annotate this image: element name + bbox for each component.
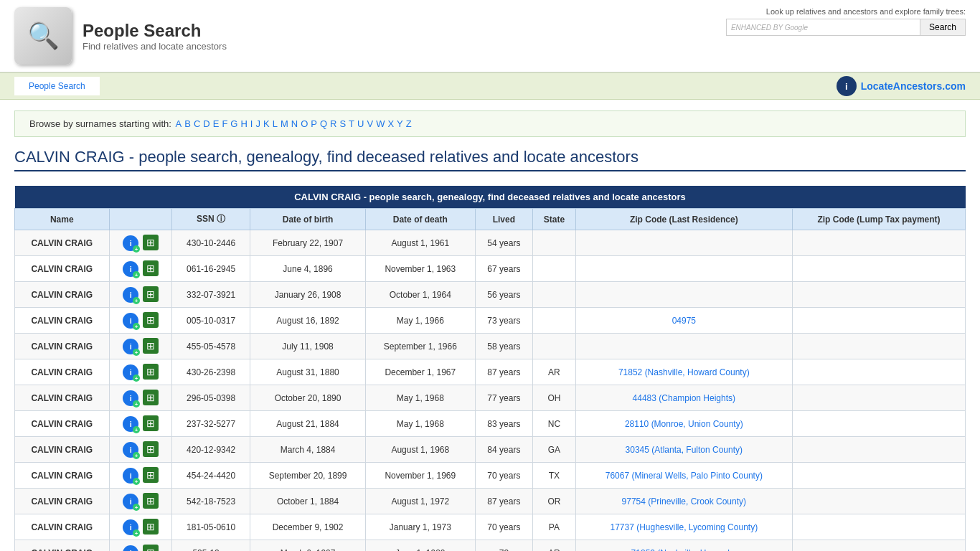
state: GA <box>533 437 575 463</box>
col-header: SSN ⓘ <box>172 209 250 230</box>
action-icons: i+ ⊞ <box>109 282 172 308</box>
zip-lump-tax <box>793 463 966 489</box>
zip-last-link[interactable]: 04975 <box>672 316 696 326</box>
info-icon[interactable]: i+ <box>123 313 138 329</box>
info-icon[interactable]: i+ <box>123 442 138 458</box>
zip-last-link[interactable]: 76067 (Mineral Wells, Palo Pinto County) <box>606 471 763 481</box>
alphabet-letter-T[interactable]: T <box>349 118 354 129</box>
ssn: 181-05-0610 <box>172 514 250 540</box>
info-icon[interactable]: i+ <box>123 416 138 432</box>
add-icon[interactable]: ⊞ <box>143 467 159 483</box>
add-icon[interactable]: ⊞ <box>143 390 159 405</box>
alphabet-letter-M[interactable]: M <box>281 118 288 129</box>
info-icon[interactable]: i+ <box>123 287 138 303</box>
info-icon[interactable]: i+ <box>123 235 138 251</box>
info-icon[interactable]: i+ <box>123 519 138 535</box>
alphabet-letter-Z[interactable]: Z <box>406 118 412 129</box>
info-icon[interactable]: i+ <box>123 364 138 380</box>
zip-last-residence: 17737 (Hughesville, Lycoming County) <box>575 514 792 540</box>
info-icon[interactable]: i+ <box>123 390 138 406</box>
alphabet-letter-U[interactable]: U <box>357 118 364 129</box>
alphabet-letter-V[interactable]: V <box>367 118 373 129</box>
alphabet-letter-Y[interactable]: Y <box>397 118 403 129</box>
state <box>533 256 575 282</box>
col-header: Name <box>15 209 110 230</box>
date-of-birth: August 21, 1884 <box>250 411 366 437</box>
person-name: CALVIN CRAIG <box>15 230 110 256</box>
alphabet-letter-W[interactable]: W <box>376 118 385 129</box>
search-button[interactable]: Search <box>920 19 965 35</box>
alphabet-letter-J[interactable]: J <box>255 118 260 129</box>
alphabet-letter-X[interactable]: X <box>387 118 394 129</box>
add-icon[interactable]: ⊞ <box>143 415 159 431</box>
alphabet-letter-Q[interactable]: Q <box>320 118 327 129</box>
info-icon[interactable]: i+ <box>123 468 138 484</box>
date-of-death: January 1, 1973 <box>366 514 475 540</box>
add-icon[interactable]: ⊞ <box>143 260 159 276</box>
zip-last-link[interactable]: 97754 (Prineville, Crook County) <box>622 496 746 507</box>
date-of-birth: August 16, 1892 <box>250 308 366 334</box>
state <box>533 230 575 256</box>
add-icon[interactable]: ⊞ <box>143 312 159 328</box>
zip-last-link[interactable]: 17737 (Hughesville, Lycoming County) <box>610 522 758 532</box>
locate-ancestors-link[interactable]: i LocateAncestors.com <box>837 76 966 96</box>
add-icon[interactable]: ⊞ <box>143 519 159 534</box>
alphabet-letter-R[interactable]: R <box>330 118 336 129</box>
years-lived: 70 years <box>475 463 533 489</box>
add-icon[interactable]: ⊞ <box>143 441 159 457</box>
alphabet-letter-S[interactable]: S <box>339 118 346 129</box>
ssn: 455-05-4578 <box>172 334 250 359</box>
person-name: CALVIN CRAIG <box>15 540 110 552</box>
state: TX <box>533 463 575 489</box>
info-icon[interactable]: i+ <box>123 339 138 354</box>
zip-last-link[interactable]: 30345 (Atlanta, Fulton County) <box>626 445 743 455</box>
person-name: CALVIN CRAIG <box>15 385 110 411</box>
alphabet-letter-L[interactable]: L <box>273 118 278 129</box>
add-icon[interactable]: ⊞ <box>143 235 159 250</box>
alphabet-letter-H[interactable]: H <box>240 118 247 129</box>
results-table: CALVIN CRAIG - people search, genealogy,… <box>14 186 966 551</box>
alphabet-letter-G[interactable]: G <box>230 118 237 129</box>
zip-last-link[interactable]: 71852 (Nashville, Howard... <box>631 548 737 552</box>
table-row: CALVIN CRAIG i+ ⊞ 332-07-3921January 26,… <box>15 282 966 308</box>
date-of-birth: August 31, 1880 <box>250 359 366 385</box>
zip-last-link[interactable]: 44483 (Champion Heights) <box>633 393 735 403</box>
info-icon[interactable]: i+ <box>123 545 138 551</box>
site-subtitle: Find relatives and locate ancestors <box>83 41 227 52</box>
state: PA <box>533 514 575 540</box>
add-icon[interactable]: ⊞ <box>143 286 159 302</box>
ssn: 420-12-9342 <box>172 437 250 463</box>
alphabet-letter-O[interactable]: O <box>301 118 308 129</box>
person-name: CALVIN CRAIG <box>15 514 110 540</box>
table-header-title: CALVIN CRAIG - people search, genealogy,… <box>15 186 966 209</box>
state: OR <box>533 489 575 514</box>
add-icon[interactable]: ⊞ <box>143 338 159 354</box>
breadcrumb-link[interactable]: People Search <box>29 81 85 91</box>
alphabet-letter-E[interactable]: E <box>213 118 220 129</box>
page-title: CALVIN CRAIG - people search, genealogy,… <box>14 148 966 171</box>
add-icon[interactable]: ⊞ <box>143 545 159 551</box>
alphabet-letter-C[interactable]: C <box>194 118 200 129</box>
alphabet-letter-K[interactable]: K <box>263 118 270 129</box>
zip-lump-tax <box>793 411 966 437</box>
alphabet-letter-B[interactable]: B <box>184 118 191 129</box>
action-icons: i+ ⊞ <box>109 308 172 334</box>
add-icon[interactable]: ⊞ <box>143 364 159 380</box>
date-of-death: November 1, 1963 <box>366 256 475 282</box>
alphabet-letter-F[interactable]: F <box>222 118 227 129</box>
info-icon[interactable]: i+ <box>123 261 138 277</box>
alphabet-letter-A[interactable]: A <box>176 118 182 129</box>
alphabet-letter-N[interactable]: N <box>291 118 298 129</box>
add-icon[interactable]: ⊞ <box>143 493 159 509</box>
zip-last-link[interactable]: 28110 (Monroe, Union County) <box>625 419 743 429</box>
date-of-birth: July 11, 1908 <box>250 334 366 359</box>
alphabet-letter-D[interactable]: D <box>203 118 209 129</box>
info-icon[interactable]: i+ <box>123 494 138 509</box>
alphabet-letter-P[interactable]: P <box>311 118 317 129</box>
date-of-birth: December 9, 1902 <box>250 514 366 540</box>
google-search-input[interactable] <box>812 19 920 35</box>
person-name: CALVIN CRAIG <box>15 411 110 437</box>
date-of-death: September 1, 1966 <box>366 334 475 359</box>
alphabet-letter-I[interactable]: I <box>250 118 253 129</box>
zip-last-link[interactable]: 71852 (Nashville, Howard County) <box>618 367 750 377</box>
